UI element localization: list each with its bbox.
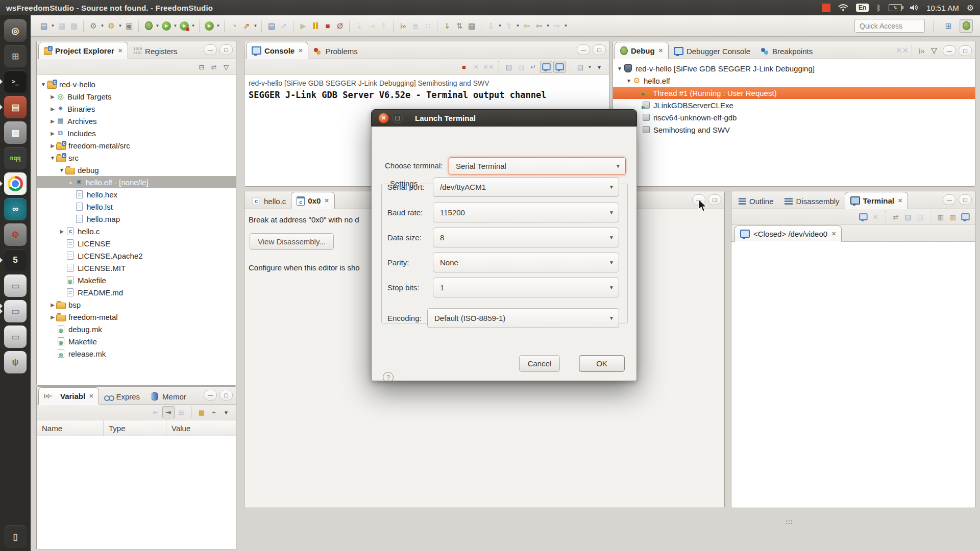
remove-all-terminated-icon[interactable]: ✕✕ bbox=[896, 44, 909, 57]
terminal-settings-icon[interactable] bbox=[960, 211, 971, 222]
column-value[interactable]: Value bbox=[166, 420, 236, 436]
external-tools-dropdown-icon[interactable]: ▼ bbox=[215, 23, 221, 28]
maximize-icon[interactable]: ▢ bbox=[959, 194, 972, 205]
tab-project-explorer[interactable]: Project Explorer ✕ bbox=[38, 42, 128, 59]
launcher-dash[interactable]: ◎ bbox=[4, 19, 27, 42]
tree-item[interactable]: LICENSE bbox=[37, 237, 236, 249]
step-into-icon[interactable]: ⇣ bbox=[353, 20, 365, 32]
save-icon[interactable]: ▦ bbox=[56, 20, 68, 32]
suspend-icon[interactable] bbox=[309, 20, 322, 32]
debug-dropdown-icon[interactable]: ▼ bbox=[155, 23, 160, 28]
build-all-icon[interactable]: ▣ bbox=[123, 20, 135, 32]
link-with-editor-icon[interactable]: ⇄ bbox=[208, 61, 219, 72]
tab-terminal[interactable]: Terminal ✕ bbox=[845, 192, 909, 209]
launcher-chrome[interactable] bbox=[4, 172, 27, 195]
minimize-icon[interactable]: — bbox=[204, 390, 217, 400]
tab-debug[interactable]: Debug ✕ bbox=[615, 42, 669, 59]
maximize-icon[interactable]: ▢ bbox=[219, 390, 233, 400]
column-name[interactable]: Name bbox=[37, 420, 104, 436]
maximize-icon[interactable]: ▢ bbox=[708, 194, 721, 205]
add-expression-icon[interactable]: + bbox=[208, 407, 219, 418]
tab-outline[interactable]: Outline bbox=[733, 193, 779, 209]
minimize-icon[interactable]: — bbox=[577, 44, 590, 55]
dialog-window-icon[interactable] bbox=[392, 113, 403, 123]
volume-icon[interactable] bbox=[910, 4, 919, 11]
tree-item[interactable]: ▶hello.c bbox=[37, 225, 236, 237]
tab-0x0[interactable]: 0x0 ✕ bbox=[291, 192, 334, 209]
terminal-connection-tab[interactable]: <Closed> /dev/video0 ✕ bbox=[734, 226, 842, 242]
tree-item[interactable]: ▶bsp bbox=[37, 298, 236, 311]
minimized-trim-handle[interactable] bbox=[786, 520, 787, 521]
cancel-button[interactable]: Cancel bbox=[519, 355, 560, 372]
remove-launch-icon[interactable]: ✕ bbox=[471, 61, 482, 72]
wifi-icon[interactable] bbox=[838, 4, 848, 11]
launcher-arduino[interactable]: ∞ bbox=[4, 198, 27, 220]
run-icon[interactable]: ▶ bbox=[160, 20, 173, 32]
launcher-system-settings[interactable]: ⚙ bbox=[4, 223, 27, 246]
close-icon[interactable]: ✕ bbox=[298, 47, 303, 54]
new-wizard-icon[interactable]: ▤ bbox=[38, 20, 50, 32]
launcher-usb-drive[interactable]: ψ bbox=[4, 351, 27, 373]
minimize-icon[interactable]: — bbox=[943, 45, 956, 56]
dialog-titlebar[interactable]: ✕ Launch Terminal bbox=[371, 109, 637, 127]
build-dropdown-icon[interactable]: ▼ bbox=[117, 23, 123, 28]
tree-item[interactable]: debug.mk bbox=[37, 323, 236, 335]
view-menu-icon[interactable]: ▽ bbox=[928, 44, 940, 57]
tree-item[interactable]: Makefile bbox=[37, 274, 236, 286]
disconnect-icon[interactable]: Ø bbox=[334, 20, 346, 32]
open-console-icon[interactable]: ▤ bbox=[265, 20, 278, 32]
stop-bits-select[interactable]: 1 ▼ bbox=[433, 278, 619, 297]
paste-icon[interactable]: ▥ bbox=[947, 211, 959, 222]
tree-item[interactable]: release.mk bbox=[37, 347, 236, 360]
tab-memory[interactable]: Memor bbox=[145, 389, 191, 404]
memory-view-icon[interactable]: ▦ bbox=[465, 20, 478, 32]
process-row[interactable]: JLinkGDBServerCLExe bbox=[613, 99, 975, 111]
tree-item[interactable]: ▼red-v-hello bbox=[37, 78, 236, 90]
clear-console-icon[interactable]: ▤ bbox=[503, 61, 514, 72]
process-row[interactable]: riscv64-unknown-elf-gdb bbox=[613, 111, 975, 123]
instruction-stepping-icon[interactable]: i» bbox=[916, 44, 928, 57]
forward-history-dropdown-icon[interactable]: ▼ bbox=[563, 23, 569, 28]
battery-icon[interactable]: ↯ bbox=[889, 4, 902, 11]
tab-disassembly[interactable]: Disassembly bbox=[779, 193, 845, 209]
quick-access-input[interactable] bbox=[854, 19, 925, 33]
tree-item[interactable]: ▼debug bbox=[37, 164, 236, 176]
show-on-stdout-icon[interactable] bbox=[540, 61, 552, 73]
maximize-icon[interactable]: ▢ bbox=[219, 44, 233, 55]
launch-config-row[interactable]: ▼red-v-hello [SiFive GDB SEGGER J-Link D… bbox=[613, 62, 975, 74]
process-row[interactable]: Semihosting and SWV bbox=[613, 123, 975, 136]
toggle-command-input-icon[interactable]: ⇄ bbox=[890, 211, 901, 222]
show-logical-structure-icon[interactable]: ⇥ bbox=[162, 406, 175, 418]
step-over-icon[interactable]: ⇢ bbox=[365, 20, 378, 32]
instruction-stepping-icon[interactable]: i» bbox=[397, 20, 409, 32]
launcher-disk-3[interactable]: ▭ bbox=[4, 325, 27, 348]
data-size-select[interactable]: 8 ▼ bbox=[433, 228, 619, 247]
maximize-icon[interactable]: ▢ bbox=[959, 45, 972, 56]
close-icon[interactable]: ✕ bbox=[118, 47, 122, 54]
clear-terminal-icon[interactable]: ▤ bbox=[902, 211, 914, 222]
trace-icon[interactable]: ≣ bbox=[409, 20, 422, 32]
tree-item[interactable]: ▶⧉Includes bbox=[37, 127, 236, 139]
column-type[interactable]: Type bbox=[104, 420, 166, 436]
connect-terminal-icon[interactable] bbox=[857, 211, 869, 222]
view-menu-icon[interactable]: ▾ bbox=[220, 407, 232, 418]
close-icon[interactable]: ✕ bbox=[89, 393, 93, 399]
view-disassembly-button[interactable]: View Disassembly... bbox=[250, 233, 334, 250]
tree-item[interactable]: ▶✷Binaries bbox=[37, 103, 236, 115]
use-step-filters-icon[interactable]: ⇅ bbox=[453, 20, 465, 32]
display-selected-console-icon[interactable]: ▾ bbox=[594, 61, 605, 72]
encoding-select[interactable]: Default (ISO-8859-1) ▼ bbox=[427, 308, 619, 328]
program-row[interactable]: ▼⚙hello.elf bbox=[613, 74, 975, 87]
tree-item[interactable]: LICENSE.MIT bbox=[37, 262, 236, 274]
tab-expressions[interactable]: Expres bbox=[99, 389, 145, 404]
disconnect-terminal-icon[interactable]: ✕ bbox=[870, 211, 881, 222]
parity-select[interactable]: None ▼ bbox=[433, 253, 619, 272]
profile-dropdown-icon[interactable]: ▼ bbox=[190, 23, 196, 28]
tree-item[interactable]: hello.map bbox=[37, 213, 236, 225]
tab-breakpoints[interactable]: Breakpoints bbox=[755, 43, 818, 59]
tree-item-selected[interactable]: ▸✷hello.elf - [none/le] bbox=[37, 176, 236, 188]
tree-item[interactable]: README.md bbox=[37, 286, 236, 298]
keyboard-layout-indicator[interactable]: En bbox=[856, 4, 869, 12]
tree-item[interactable]: hello.lst bbox=[37, 201, 236, 213]
close-icon[interactable]: ✕ bbox=[898, 197, 902, 204]
